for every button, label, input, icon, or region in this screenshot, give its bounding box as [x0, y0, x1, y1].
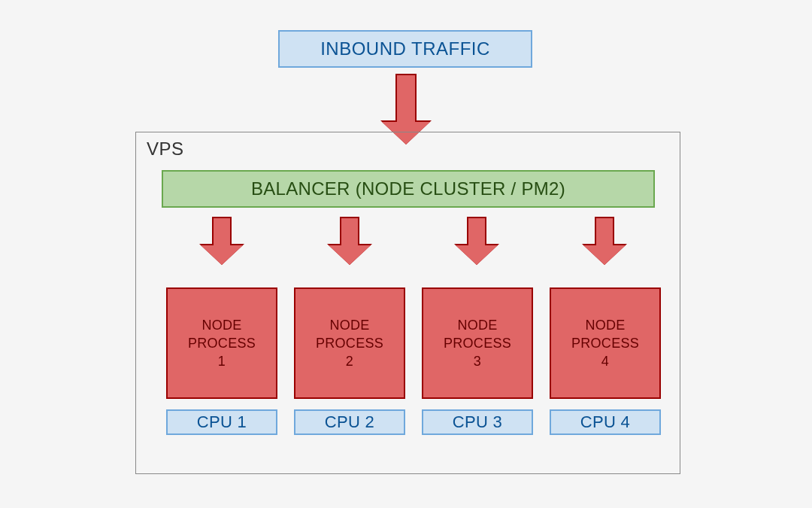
node-label-line: NODE [585, 316, 625, 334]
cpu-label: CPU 4 [580, 412, 630, 432]
node-process-4-box: NODE PROCESS 4 [550, 287, 661, 399]
node-label-line: 1 [218, 352, 226, 370]
node-label-line: NODE [457, 316, 497, 334]
node-label-line: PROCESS [316, 334, 383, 352]
arrow-head-icon [329, 245, 371, 265]
node-label-line: 2 [346, 352, 353, 370]
arrow-shaft [467, 217, 486, 245]
node-label-line: 3 [474, 352, 481, 370]
arrow-balancer-to-node-1 [201, 217, 243, 265]
cpu-label: CPU 1 [197, 412, 247, 432]
inbound-traffic-box: INBOUND TRAFFIC [278, 30, 532, 68]
node-process-1-box: NODE PROCESS 1 [166, 287, 277, 399]
node-process-3-box: NODE PROCESS 3 [422, 287, 533, 399]
vps-container: VPS BALANCER (NODE CLUSTER / PM2) NODE P… [135, 132, 680, 474]
arrow-head-icon [201, 245, 243, 265]
arrow-head-icon [456, 245, 498, 265]
arrow-balancer-to-node-2 [329, 217, 371, 265]
node-label-line: NODE [201, 316, 241, 334]
node-label-line: NODE [329, 316, 369, 334]
node-label-line: PROCESS [444, 334, 511, 352]
inbound-traffic-label: INBOUND TRAFFIC [320, 38, 490, 59]
arrow-shaft [340, 217, 359, 245]
cpu-2-box: CPU 2 [294, 409, 405, 435]
cpu-label: CPU 2 [325, 412, 374, 432]
arrow-head-icon [583, 245, 626, 265]
arrow-shaft [212, 217, 232, 245]
arrow-shaft [395, 74, 417, 122]
node-label-line: PROCESS [571, 334, 639, 352]
cpu-3-box: CPU 3 [422, 409, 533, 435]
cpu-4-box: CPU 4 [550, 409, 661, 435]
diagram-canvas: INBOUND TRAFFIC VPS BALANCER (NODE CLUST… [0, 0, 812, 508]
node-label-line: PROCESS [188, 334, 256, 352]
cpu-1-box: CPU 1 [166, 409, 277, 435]
balancer-label: BALANCER (NODE CLUSTER / PM2) [251, 178, 565, 199]
node-process-2-box: NODE PROCESS 2 [294, 287, 405, 399]
node-label-line: 4 [601, 352, 609, 370]
arrow-balancer-to-node-3 [456, 217, 498, 265]
arrow-balancer-to-node-4 [583, 217, 626, 265]
vps-label: VPS [147, 138, 184, 160]
balancer-box: BALANCER (NODE CLUSTER / PM2) [162, 170, 655, 208]
arrow-shaft [595, 217, 614, 245]
cpu-label: CPU 3 [453, 412, 502, 432]
